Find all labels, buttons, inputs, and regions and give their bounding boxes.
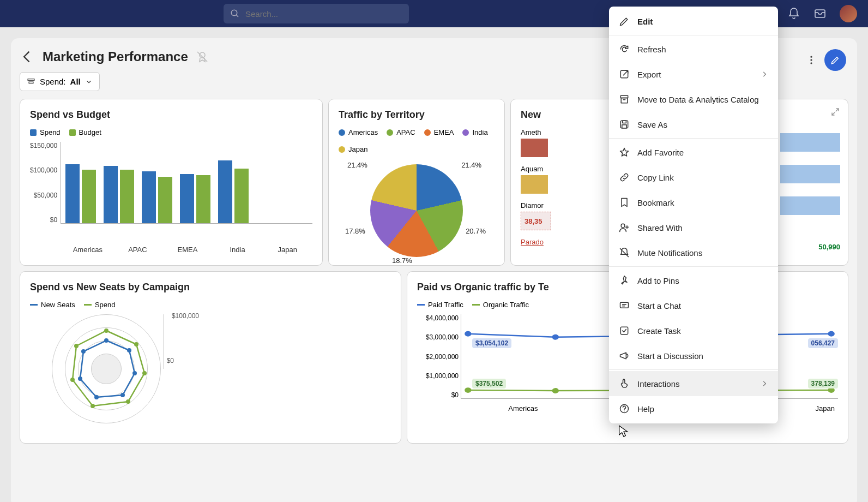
card-traffic-territory: Traffic by Territory Americas APAC EMEA …	[328, 99, 505, 266]
menu-item-label: Save As	[637, 120, 667, 129]
svg-point-21	[132, 371, 137, 375]
edit-button[interactable]	[824, 49, 846, 71]
menu-item-label: Copy Link	[637, 173, 674, 182]
filter-icon	[27, 77, 35, 86]
menu-item-label: Interactions	[637, 379, 680, 389]
refresh-icon	[619, 44, 630, 55]
bell-icon[interactable]	[787, 7, 800, 20]
menu-item-saveas[interactable]: Save As	[609, 112, 778, 137]
menu-item-label: Move to Data & Analytics Catalog	[637, 95, 759, 104]
menu-item-chat[interactable]: Start a Chat	[609, 293, 778, 318]
svg-point-18	[74, 344, 79, 348]
chevron-down-icon	[85, 78, 93, 86]
svg-point-24	[78, 376, 82, 381]
svg-point-6	[810, 59, 812, 61]
search-box[interactable]	[224, 4, 409, 23]
menu-item-discuss[interactable]: Start a Discussion	[609, 343, 778, 368]
menu-item-edit[interactable]: Edit	[609, 9, 778, 34]
svg-point-15	[126, 399, 130, 404]
menu-item-label: Start a Chat	[637, 301, 681, 310]
help-icon	[619, 403, 630, 414]
svg-point-38	[621, 224, 625, 228]
svg-point-30	[552, 388, 559, 393]
svg-point-17	[70, 378, 75, 382]
menu-item-export[interactable]: Export	[609, 62, 778, 87]
touch-icon	[619, 378, 630, 389]
menu-item-label: Refresh	[637, 45, 666, 54]
filter-value: All	[70, 77, 81, 86]
menu-item-shared[interactable]: Shared With	[609, 215, 778, 240]
svg-point-28	[828, 331, 834, 337]
expand-icon[interactable]	[830, 107, 840, 117]
chat-icon	[619, 300, 630, 311]
menu-item-label: Add Favorite	[637, 148, 684, 157]
svg-point-7	[810, 62, 812, 64]
menu-item-label: Bookmark	[637, 198, 674, 207]
bell-off-icon	[619, 247, 630, 258]
menu-item-copylink[interactable]: Copy Link	[609, 165, 778, 190]
card-title: Spend vs Budget	[30, 109, 312, 121]
menu-item-move[interactable]: Move to Data & Analytics Catalog	[609, 87, 778, 112]
chevron-right-icon	[761, 70, 768, 78]
filter-prefix: Spend:	[40, 77, 66, 86]
menu-item-refresh[interactable]: Refresh	[609, 37, 778, 62]
menu-item-fav[interactable]: Add Favorite	[609, 140, 778, 165]
spend-filter[interactable]: Spend: All	[20, 72, 100, 91]
archive-icon	[619, 94, 630, 105]
megaphone-icon	[619, 350, 630, 361]
svg-rect-36	[623, 121, 626, 123]
svg-marker-11	[80, 340, 135, 397]
back-arrow-icon[interactable]	[20, 49, 35, 64]
svg-rect-2	[815, 10, 825, 17]
menu-item-bookmark[interactable]: Bookmark	[609, 190, 778, 215]
svg-point-19	[104, 338, 108, 343]
star-icon	[619, 147, 630, 158]
svg-point-5	[810, 56, 812, 58]
svg-point-0	[231, 10, 237, 16]
svg-point-16	[91, 404, 95, 408]
save-icon	[619, 119, 630, 130]
menu-item-pin[interactable]: Add to Pins	[609, 268, 778, 293]
menu-item-interactions[interactable]: Interactions	[609, 371, 778, 396]
svg-rect-40	[620, 327, 628, 334]
svg-point-20	[127, 348, 131, 352]
menu-item-label: Create Task	[637, 326, 681, 336]
person-plus-icon	[619, 222, 630, 233]
menu-item-label: Shared With	[637, 223, 683, 232]
menu-item-mute[interactable]: Mute Notifications	[609, 240, 778, 265]
menu-item-task[interactable]: Create Task	[609, 318, 778, 343]
radar-chart: $100,000 $0	[52, 314, 161, 423]
pie-chart: 21.4% 21.4% 20.7% 18.7% 17.8%	[370, 164, 463, 257]
pencil-icon	[619, 16, 630, 27]
inbox-icon[interactable]	[813, 7, 827, 20]
svg-point-23	[94, 395, 99, 399]
svg-rect-34	[621, 98, 628, 103]
check-square-icon	[619, 325, 630, 336]
actions-menu: EditRefreshExportMove to Data & Analytic…	[609, 7, 778, 423]
external-icon	[619, 69, 630, 80]
svg-point-12	[104, 328, 108, 333]
card-spend-vs-budget: Spend vs Budget Spend Budget $150,000 $1…	[20, 99, 323, 266]
svg-point-27	[552, 334, 559, 340]
page-title: Marketing Performance	[43, 49, 188, 64]
pin-icon	[619, 275, 630, 286]
svg-point-22	[120, 393, 125, 397]
menu-item-label: Start a Discussion	[637, 351, 703, 361]
search-icon	[230, 9, 240, 19]
svg-rect-9	[29, 82, 33, 83]
avatar[interactable]	[840, 5, 857, 22]
svg-point-25	[81, 349, 86, 354]
search-input[interactable]	[245, 9, 402, 19]
y-axis: $150,000 $100,000 $50,000 $0	[30, 142, 61, 224]
svg-point-13	[134, 342, 138, 346]
svg-point-29	[465, 387, 471, 393]
pencil-icon	[830, 55, 840, 65]
menu-item-help[interactable]: Help	[609, 396, 778, 421]
svg-point-26	[465, 331, 471, 337]
svg-rect-37	[622, 125, 626, 128]
menu-item-label: Edit	[637, 17, 653, 26]
more-icon[interactable]	[806, 55, 817, 65]
chevron-right-icon	[761, 380, 768, 387]
legend: Spend Budget	[30, 128, 312, 136]
svg-line-1	[236, 15, 238, 17]
